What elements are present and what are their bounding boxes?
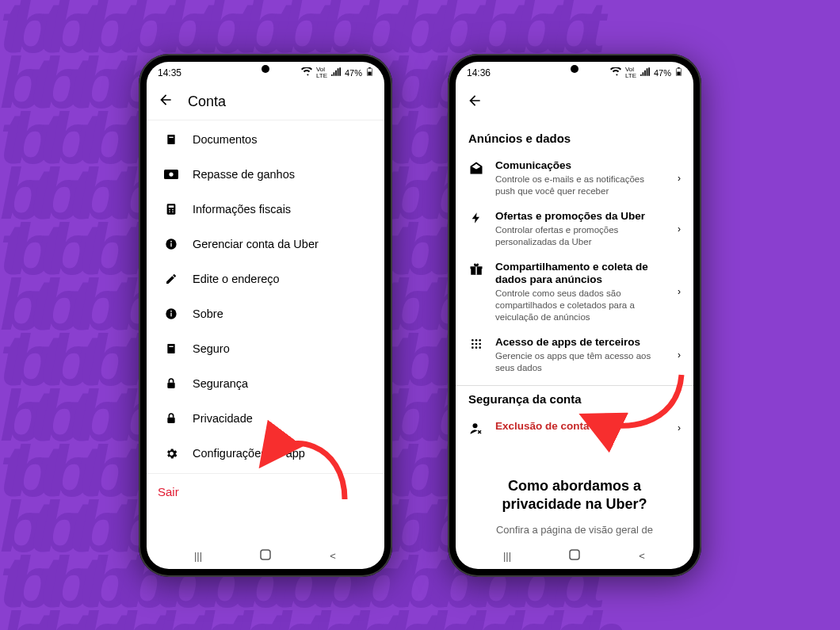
status-time: 14:36	[467, 67, 491, 78]
lock-icon	[164, 412, 178, 425]
row-subtitle: Controle como seus dados são compartilha…	[495, 288, 666, 323]
status-time: 14:35	[158, 67, 181, 78]
bolt-icon	[468, 212, 484, 224]
menu-item-sobre[interactable]: Sobre	[147, 296, 384, 331]
svg-point-18	[170, 310, 172, 311]
chevron-right-icon: ›	[678, 286, 681, 297]
menu-item-seguran-a[interactable]: Segurança	[147, 366, 384, 401]
menu-item-label: Privacidade	[193, 412, 253, 425]
wifi-icon	[301, 67, 312, 78]
signal-icon	[640, 67, 650, 78]
svg-rect-17	[170, 312, 171, 316]
ads-rows: ComunicaçõesControle os e-mails e as not…	[468, 153, 681, 380]
svg-rect-21	[167, 382, 174, 388]
vol-icon: VolLTE	[625, 67, 636, 79]
menu-item-label: Informações fiscais	[193, 203, 291, 216]
row-subtitle: Gerencie os apps que têm acesso aos seus…	[495, 350, 666, 374]
doc-icon	[164, 342, 178, 355]
menu-item-label: Sobre	[193, 307, 223, 320]
menu-item-label: Gerenciar conta da Uber	[193, 238, 319, 250]
nav-recent[interactable]: |||	[491, 550, 523, 562]
privacy-row-2[interactable]: Compartilhamento e coleta de dados para …	[468, 254, 681, 330]
apps-icon	[468, 338, 484, 350]
phone-left: 14:35 VolLTE 47%	[139, 54, 392, 577]
row-title: Comunicações	[495, 159, 666, 172]
svg-rect-23	[261, 550, 270, 559]
menu-item-configura-es-do-app[interactable]: Configurações do app	[147, 436, 384, 472]
row-title: Acesso de apps de terceiros	[495, 336, 666, 349]
svg-rect-29	[475, 266, 477, 275]
camera-hole	[262, 65, 269, 73]
wifi-icon	[610, 67, 621, 78]
app-header: Conta	[147, 84, 384, 120]
nav-home[interactable]	[250, 549, 281, 563]
gear-icon	[164, 447, 178, 460]
vol-icon: VolLTE	[316, 67, 327, 79]
svg-point-38	[479, 346, 481, 349]
menu-item-documentos[interactable]: Documentos	[147, 122, 384, 157]
page-title: Conta	[188, 94, 226, 110]
svg-rect-26	[677, 72, 680, 76]
svg-point-33	[472, 342, 474, 345]
nav-recent[interactable]: |||	[182, 550, 214, 562]
menu-item-label: Repasse de ganhos	[193, 168, 295, 181]
privacy-row-0[interactable]: ComunicaçõesControle os e-mails e as not…	[468, 153, 681, 204]
privacy-row-3[interactable]: Acesso de apps de terceirosGerencie os a…	[468, 330, 681, 380]
row-subtitle: Controlar ofertas e promoções personaliz…	[495, 224, 666, 248]
privacy-subtext: Confira a página de visão geral de	[468, 519, 681, 540]
lock-icon	[164, 377, 178, 390]
menu-item-repasse-de-ganhos[interactable]: Repasse de ganhos	[147, 157, 384, 192]
row-subtitle: Controle os e-mails e as notificações pu…	[495, 174, 666, 197]
svg-point-34	[475, 342, 478, 345]
menu-item-seguro[interactable]: Seguro	[147, 331, 384, 366]
svg-rect-14	[170, 242, 171, 246]
delete-account-row[interactable]: Exclusão de conta ›	[468, 414, 681, 442]
android-nav-bar: ||| <	[147, 544, 384, 569]
menu-item-edite-o-endere-o[interactable]: Edite o endereço	[147, 262, 384, 296]
menu-item-privacidade[interactable]: Privacidade	[147, 401, 384, 436]
menu-item-label: Seguro	[193, 342, 230, 355]
android-nav-bar: ||| <	[456, 544, 693, 569]
menu-item-gerenciar-conta-da-uber[interactable]: Gerenciar conta da Uber	[147, 227, 384, 262]
svg-rect-3	[167, 135, 174, 144]
privacy-row-1[interactable]: Ofertas e promoções da UberControlar ofe…	[468, 204, 681, 254]
section-title: Anúncios e dados	[468, 132, 681, 145]
nav-back[interactable]: <	[626, 550, 658, 562]
privacy-heading: Como abordamos a privacidade na Uber?	[468, 458, 681, 519]
battery-icon	[366, 67, 373, 78]
svg-point-32	[479, 339, 481, 342]
menu-item-label: Segurança	[193, 377, 248, 390]
info-icon	[164, 307, 178, 320]
nav-home[interactable]	[559, 549, 590, 563]
money-icon	[164, 169, 178, 180]
pencil-icon	[164, 273, 178, 285]
chevron-right-icon: ›	[678, 422, 681, 433]
account-menu: DocumentosRepasse de ganhosInformações f…	[147, 120, 384, 473]
user-x-icon	[468, 422, 484, 436]
row-title: Compartilhamento e coleta de dados para …	[495, 261, 666, 286]
back-button[interactable]	[467, 93, 483, 112]
svg-point-15	[170, 240, 172, 242]
nav-back[interactable]: <	[317, 550, 349, 562]
logout-button[interactable]: Sair	[147, 473, 384, 510]
menu-item-informa-es-fiscais[interactable]: Informações fiscais	[147, 192, 384, 227]
svg-point-10	[172, 208, 174, 210]
svg-point-36	[472, 346, 474, 349]
menu-item-label: Edite o endereço	[193, 273, 280, 285]
svg-point-12	[172, 211, 174, 212]
svg-rect-40	[570, 550, 579, 559]
svg-point-9	[169, 208, 170, 210]
mail-open-icon	[468, 161, 484, 175]
chevron-right-icon: ›	[678, 173, 681, 184]
row-title: Ofertas e promoções da Uber	[495, 210, 666, 223]
svg-rect-25	[678, 67, 679, 68]
ads-and-data-section: Anúncios e dados ComunicaçõesControle os…	[456, 120, 693, 447]
chevron-right-icon: ›	[678, 223, 681, 235]
signal-icon	[331, 67, 341, 78]
svg-rect-20	[169, 346, 173, 346]
svg-point-39	[473, 423, 478, 428]
chevron-right-icon: ›	[678, 349, 681, 361]
svg-rect-22	[167, 417, 174, 422]
back-button[interactable]	[158, 92, 174, 111]
menu-item-label: Configurações do app	[193, 447, 305, 460]
